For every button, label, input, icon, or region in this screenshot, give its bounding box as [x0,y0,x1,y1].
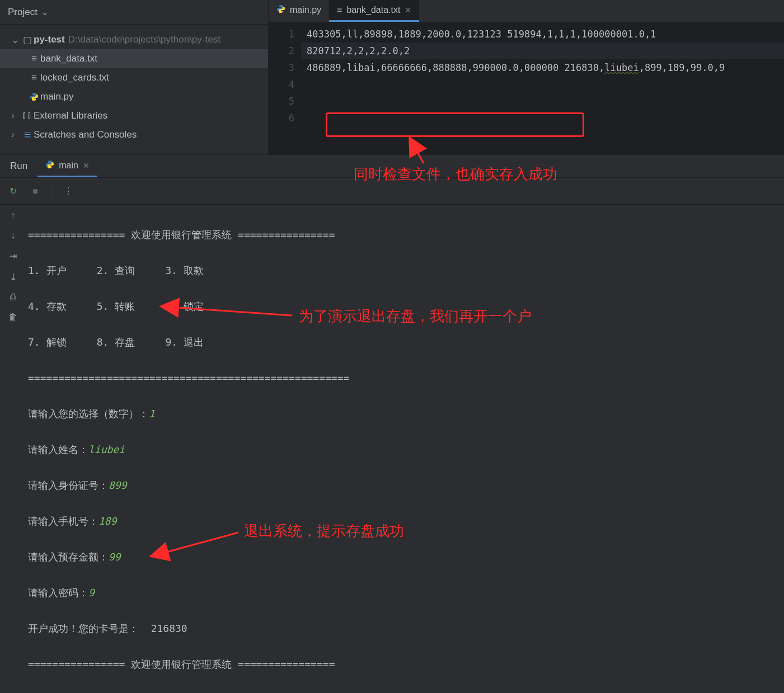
scratches-label: Scratches and Consoles [34,129,137,140]
python-file-icon [28,92,40,101]
tree-external-libs[interactable]: › ⫿⫿ External Libraries [0,106,268,125]
close-icon[interactable]: ✕ [405,6,411,15]
console-line: 请输入预存金额：99 [28,548,784,566]
library-icon: ⫿⫿ [21,110,34,121]
run-toolbar: ↻ ■ ⋮ [0,178,784,205]
console-line: 请输入姓名：liubei [28,441,784,459]
project-tool-label: Project [8,7,37,18]
console-output[interactable]: ================ 欢迎使用银行管理系统 ============… [26,205,784,693]
console-line: ========================================… [28,369,784,387]
chevron-right-icon: › [11,129,21,140]
stop-icon[interactable]: ■ [28,184,43,199]
trash-icon[interactable]: 🗑 [8,312,17,322]
console-line: 4. 存款 5. 转账 6. 锁定 [28,298,784,315]
root-path: D:\data\code\projects\python\py-test [68,34,220,45]
editor-body[interactable]: 123456 403305,ll,89898,1889,2000.0,12312… [269,22,784,154]
tab-main-py[interactable]: main.py [269,0,329,22]
down-icon[interactable]: ↓ [11,230,15,241]
console-line: 请输入手机号：189 [28,512,784,530]
up-icon[interactable]: ↑ [11,210,15,220]
project-header[interactable]: Project ⌄ [0,0,268,25]
console-left-toolbar: ↑ ↓ ⇥ ⤓ ⎙ 🗑 [0,205,26,693]
scroll-to-end-icon[interactable]: ⤓ [10,271,17,282]
project-tool-window: Project ⌄ ⌄ ▢ py-test D:\data\code\proje… [0,0,269,154]
close-icon[interactable]: ✕ [83,161,90,170]
chevron-down-icon: ⌄ [41,6,49,18]
scratches-icon: ≣ [21,129,34,141]
code-line: 486889,libai,66666666,888888,990000.0,00… [307,62,558,73]
editor-pane: main.py ≡ bank_data.txt ✕ 123456 403305,… [269,0,784,154]
code-line: 403305,ll,89898,1889,2000.0,123123 [307,29,501,40]
console-line: 请输入身份证号：899 [28,477,784,494]
editor-tabs: main.py ≡ bank_data.txt ✕ [269,0,784,22]
file-label: locked_cards.txt [40,72,109,83]
run-tab-main[interactable]: main ✕ [37,155,97,177]
rerun-icon[interactable]: ↻ [6,184,20,199]
soft-wrap-icon[interactable]: ⇥ [10,251,17,261]
console-line: 1. 开户 2. 查询 3. 取款 [28,262,784,280]
console-line: 开户成功！您的卡号是： 216830 [28,620,784,638]
console-line: 请输入密码：9 [28,584,784,602]
tab-label: bank_data.txt [346,5,400,15]
tree-file-locked-cards[interactable]: ≡ locked_cards.txt [0,68,268,87]
editor-code[interactable]: 403305,ll,89898,1889,2000.0,123123 51989… [301,22,784,154]
console-line: ================ 欢迎使用银行管理系统 ============… [28,656,784,673]
run-tab-label: main [59,161,78,171]
console-line: 7. 解锁 8. 存盘 9. 退出 [28,333,784,351]
tree-root[interactable]: ⌄ ▢ py-test D:\data\code\projects\python… [0,30,268,49]
text-file-icon: ≡ [337,5,342,15]
tab-label: main.py [290,5,321,15]
print-icon[interactable]: ⎙ [10,292,16,302]
python-file-icon [276,4,285,16]
chevron-right-icon: › [11,110,21,121]
root-name: py-test [34,34,65,45]
code-line: 216830,liubei,899,189,99.0,9 [565,62,725,73]
more-icon[interactable]: ⋮ [61,184,76,199]
console-line: 请输入您的选择（数字）：1 [28,405,784,423]
external-libs-label: External Libraries [34,110,107,121]
editor-gutter: 123456 [269,22,301,154]
code-line: 820712,2,2,2,2.0,2 [301,43,784,59]
run-tool-label: Run [0,161,37,172]
divider [51,185,52,198]
code-line: 519894,1,1,1,100000001.0,1 [507,29,656,40]
file-label: main.py [40,91,74,102]
project-tree: ⌄ ▢ py-test D:\data\code\projects\python… [0,25,268,144]
file-label: bank_data.txt [40,53,97,64]
text-file-icon: ≡ [28,53,40,64]
console-line: ================ 欢迎使用银行管理系统 ============… [28,226,784,244]
folder-icon: ▢ [21,34,34,46]
python-file-icon [45,160,54,171]
run-toolwindow-header: Run main ✕ [0,154,784,178]
tree-file-bank-data[interactable]: ≡ bank_data.txt [0,49,268,68]
text-file-icon: ≡ [28,72,40,83]
tree-scratches[interactable]: › ≣ Scratches and Consoles [0,125,268,144]
tree-file-main-py[interactable]: main.py [0,87,268,106]
annotation-box [326,112,584,137]
chevron-down-icon: ⌄ [11,34,21,46]
tab-bank-data[interactable]: ≡ bank_data.txt ✕ [329,0,419,22]
